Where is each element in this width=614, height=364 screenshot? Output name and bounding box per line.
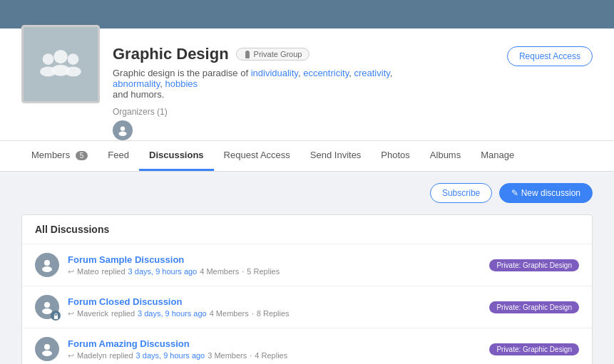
discussion-tag-1: Private: Graphic Design bbox=[489, 259, 579, 271]
organizers-label: Organizers (1) bbox=[113, 107, 494, 117]
svg-point-0 bbox=[43, 53, 54, 65]
discussion-meta-3: ↩ Madelyn replied 3 days, 9 hours ago 3 … bbox=[68, 351, 481, 360]
tab-discussions[interactable]: Discussions bbox=[139, 141, 214, 171]
creativity-link[interactable]: creativity bbox=[354, 68, 389, 78]
request-access-top: Request Access bbox=[507, 46, 593, 66]
reply-icon-2: ↩ bbox=[68, 309, 74, 318]
discussion-body-2: Forum Closed Discussion ↩ Maverick repli… bbox=[68, 296, 481, 318]
svg-point-8 bbox=[118, 132, 126, 136]
svg-point-4 bbox=[68, 53, 79, 65]
tab-members[interactable]: Members 5 bbox=[21, 141, 98, 171]
discussion-body-3: Forum Amazing Discussion ↩ Madelyn repli… bbox=[68, 338, 481, 360]
discussion-avatar-3 bbox=[35, 337, 59, 361]
subscribe-button[interactable]: Subscribe bbox=[430, 183, 492, 203]
svg-point-9 bbox=[44, 260, 50, 266]
discussions-box: All Discussions Forum Sample Discussion … bbox=[21, 214, 593, 364]
group-avatar bbox=[21, 25, 100, 103]
group-info: Graphic Design Private Group Graphic des… bbox=[113, 39, 494, 140]
request-access-button[interactable]: Request Access bbox=[507, 46, 593, 66]
discussion-avatar-1 bbox=[35, 253, 59, 277]
discussion-avatar-2 bbox=[35, 295, 59, 319]
replied-text-3: replied bbox=[110, 351, 133, 360]
replied-text-1: replied bbox=[102, 267, 126, 276]
reply-icon-1: ↩ bbox=[68, 267, 74, 276]
header-banner bbox=[0, 0, 614, 28]
discussion-item-2: Forum Closed Discussion ↩ Maverick repli… bbox=[22, 286, 592, 328]
replied-by-3: Madelyn bbox=[77, 351, 107, 360]
members-count-1: 4 Members bbox=[200, 267, 239, 276]
discussion-title-2[interactable]: Forum Closed Discussion bbox=[68, 296, 481, 307]
svg-point-2 bbox=[53, 50, 67, 63]
members-count-3: 3 Members bbox=[208, 351, 247, 360]
replied-by-2: Maverick bbox=[77, 309, 108, 318]
discussion-tag-3: Private: Graphic Design bbox=[489, 343, 579, 355]
abnormality-link[interactable]: abnormality bbox=[113, 78, 160, 89]
nav-tabs: Members 5 Feed Discussions Request Acces… bbox=[0, 141, 614, 172]
members-count-2: 4 Members bbox=[210, 309, 249, 318]
tab-manage[interactable]: Manage bbox=[471, 141, 524, 171]
discussion-title-1[interactable]: Forum Sample Discussion bbox=[68, 254, 481, 265]
replies-count-1: 5 Replies bbox=[247, 267, 280, 276]
lock-icon-overlay bbox=[51, 311, 61, 321]
replies-count-2: 8 Replies bbox=[257, 309, 290, 318]
discussion-tag-2: Private: Graphic Design bbox=[489, 301, 579, 313]
discussion-body-1: Forum Sample Discussion ↩ Mateo replied … bbox=[68, 254, 481, 276]
action-bar: Subscribe ✎ New discussion bbox=[21, 183, 593, 203]
replies-count-3: 4 Replies bbox=[255, 351, 287, 360]
discussions-header: All Discussions bbox=[22, 215, 592, 244]
discussion-item-3: Forum Amazing Discussion ↩ Madelyn repli… bbox=[22, 328, 592, 364]
private-badge: Private Group bbox=[236, 48, 310, 61]
svg-rect-13 bbox=[53, 315, 57, 318]
group-desc: Graphic design is the paradise of indivi… bbox=[113, 68, 426, 100]
svg-rect-6 bbox=[245, 53, 250, 58]
tab-photos[interactable]: Photos bbox=[371, 141, 419, 171]
tab-albums[interactable]: Albums bbox=[420, 141, 471, 171]
svg-point-11 bbox=[44, 302, 50, 308]
replied-by-1: Mateo bbox=[77, 267, 99, 276]
replied-time-1: 3 days, 9 hours ago bbox=[128, 267, 198, 276]
hobbies-link[interactable]: hobbies bbox=[165, 78, 198, 89]
svg-point-5 bbox=[65, 67, 81, 77]
group-profile: Graphic Design Private Group Graphic des… bbox=[0, 28, 614, 141]
replied-text-2: replied bbox=[111, 309, 135, 318]
new-discussion-button[interactable]: ✎ New discussion bbox=[499, 183, 593, 203]
members-badge: 5 bbox=[76, 151, 88, 160]
svg-point-10 bbox=[42, 266, 52, 272]
group-name: Graphic Design bbox=[113, 45, 229, 63]
individuality-link[interactable]: individuality bbox=[251, 68, 298, 78]
discussion-item: Forum Sample Discussion ↩ Mateo replied … bbox=[22, 244, 592, 286]
tab-request-access[interactable]: Request Access bbox=[214, 141, 300, 171]
reply-icon-3: ↩ bbox=[68, 351, 74, 360]
eccentricity-link[interactable]: eccentricity bbox=[303, 68, 349, 78]
discussion-title-3[interactable]: Forum Amazing Discussion bbox=[68, 338, 481, 349]
svg-point-15 bbox=[42, 350, 52, 356]
tab-send-invites[interactable]: Send Invites bbox=[300, 141, 372, 171]
content-area: Subscribe ✎ New discussion All Discussio… bbox=[0, 172, 614, 364]
svg-point-7 bbox=[121, 126, 125, 130]
group-title-row: Graphic Design Private Group bbox=[113, 45, 494, 63]
svg-point-14 bbox=[44, 344, 50, 350]
organizer-avatar bbox=[113, 120, 133, 140]
replied-time-2: 3 days, 9 hours ago bbox=[138, 309, 207, 318]
tab-feed[interactable]: Feed bbox=[98, 141, 139, 171]
discussion-meta-1: ↩ Mateo replied 3 days, 9 hours ago 4 Me… bbox=[68, 267, 481, 276]
private-badge-label: Private Group bbox=[254, 50, 302, 58]
replied-time-3: 3 days, 9 hours ago bbox=[136, 351, 205, 360]
discussion-meta-2: ↩ Maverick replied 3 days, 9 hours ago 4… bbox=[68, 309, 481, 318]
